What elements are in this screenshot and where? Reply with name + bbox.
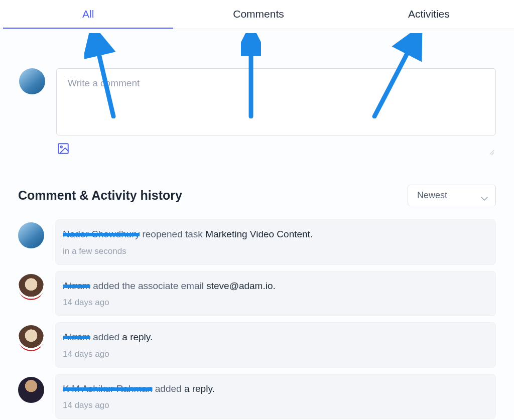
- activity-actor: Akram: [63, 281, 90, 291]
- activity-item: K M Ashikur Rahman added a reply. 14 day…: [18, 374, 496, 419]
- activity-card: Akram added a reply. 14 days ago: [55, 322, 496, 368]
- activity-action: reopened task: [140, 229, 205, 239]
- attach-image-button[interactable]: [56, 143, 70, 157]
- current-user-avatar: [19, 68, 45, 94]
- tabs-bar: All Comments Activities: [0, 0, 514, 29]
- svg-point-1: [60, 146, 62, 148]
- activity-card: Nader Chowdhury reopened task Marketing …: [55, 219, 496, 265]
- activity-action: added the associate email: [90, 281, 206, 291]
- avatar: [18, 222, 44, 248]
- history-title: Comment & Activity history: [18, 188, 182, 203]
- activity-actor: Nader Chowdhury: [63, 229, 140, 239]
- activity-card: Akram added the associate email steve@ad…: [55, 271, 496, 317]
- activity-action: added: [90, 332, 122, 342]
- sort-dropdown[interactable]: Newest: [408, 185, 496, 206]
- comment-box: [56, 68, 496, 157]
- activity-time: 14 days ago: [63, 400, 485, 410]
- activity-text: Akram added the associate email steve@ad…: [63, 279, 485, 293]
- activity-object: a reply.: [184, 383, 215, 394]
- image-icon: [57, 142, 70, 157]
- activity-text: Akram added a reply.: [63, 331, 485, 344]
- activity-feed: Nader Chowdhury reopened task Marketing …: [0, 206, 514, 419]
- activity-action: added: [152, 383, 184, 394]
- avatar: [18, 377, 44, 403]
- activity-text: K M Ashikur Rahman added a reply.: [63, 382, 485, 396]
- avatar: [18, 274, 44, 300]
- avatar: [18, 325, 44, 351]
- tab-all[interactable]: All: [3, 0, 173, 29]
- textarea-resize-handle: [487, 148, 494, 155]
- chevron-down-icon: [480, 193, 488, 198]
- history-header: Comment & Activity history Newest: [0, 157, 514, 206]
- activity-item: Akram added the associate email steve@ad…: [18, 271, 496, 317]
- comment-input[interactable]: [56, 68, 496, 135]
- activity-object: a reply.: [122, 332, 153, 342]
- activity-time: 14 days ago: [63, 298, 485, 308]
- tab-comments[interactable]: Comments: [173, 0, 343, 29]
- activity-card: K M Ashikur Rahman added a reply. 14 day…: [55, 374, 496, 419]
- tab-activities[interactable]: Activities: [344, 0, 514, 29]
- activity-time: 14 days ago: [63, 349, 485, 359]
- activity-actor: K M Ashikur Rahman: [63, 383, 152, 394]
- activity-text: Nader Chowdhury reopened task Marketing …: [63, 228, 485, 241]
- activity-item: Nader Chowdhury reopened task Marketing …: [18, 219, 496, 265]
- activity-object: Marketing Video Content.: [205, 229, 313, 239]
- activity-item: Akram added a reply. 14 days ago: [18, 322, 496, 368]
- comment-composer: [0, 29, 514, 157]
- sort-selected-label: Newest: [417, 190, 447, 201]
- activity-time: in a few seconds: [63, 246, 485, 256]
- activity-object: steve@adam.io.: [206, 281, 276, 291]
- activity-actor: Akram: [63, 332, 90, 342]
- svg-rect-0: [58, 144, 68, 154]
